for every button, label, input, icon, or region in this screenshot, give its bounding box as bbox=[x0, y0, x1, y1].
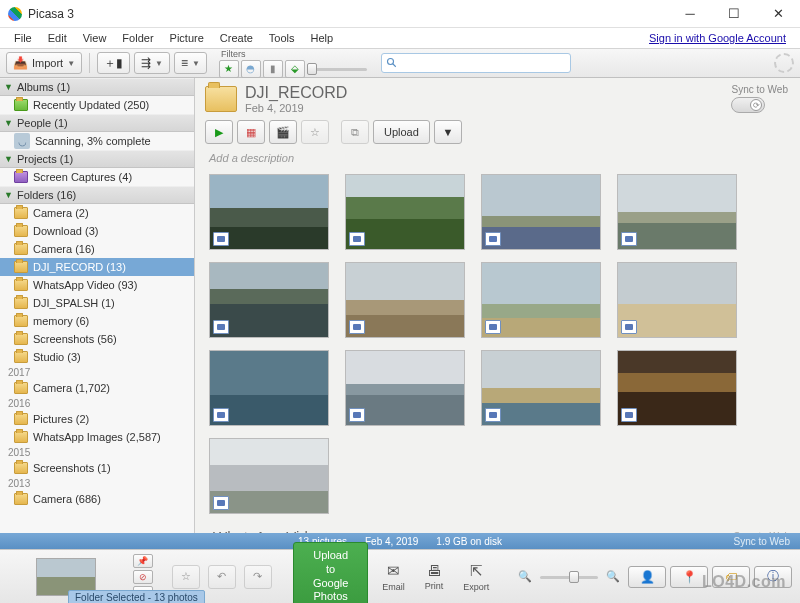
sidebar-item[interactable]: Screenshots (1) bbox=[0, 459, 194, 477]
menu-tools[interactable]: Tools bbox=[261, 30, 303, 46]
filter-star-button[interactable]: ★ bbox=[219, 60, 239, 78]
share-button[interactable]: ⧉ bbox=[341, 120, 369, 144]
folder-date: Feb 4, 2019 bbox=[245, 102, 347, 114]
new-album-button[interactable]: ＋▮ bbox=[97, 52, 130, 74]
email-button[interactable]: ✉Email bbox=[376, 562, 411, 592]
sidebar-section-header[interactable]: ▼People (1) bbox=[0, 114, 194, 132]
item-label: Camera (16) bbox=[33, 243, 95, 255]
sidebar-item[interactable]: Pictures (2) bbox=[0, 410, 194, 428]
sidebar-section-header[interactable]: ▼Folders (16) bbox=[0, 186, 194, 204]
search-box[interactable] bbox=[381, 53, 571, 73]
filter-slider[interactable] bbox=[307, 62, 367, 76]
folder-title[interactable]: DJI_RECORD bbox=[245, 84, 347, 102]
upload-dropdown-button[interactable]: ▼ bbox=[434, 120, 462, 144]
thumbnail[interactable] bbox=[617, 350, 737, 426]
thumbnail[interactable] bbox=[209, 174, 329, 250]
sidebar-item[interactable]: WhatsApp Images (2,587) bbox=[0, 428, 194, 446]
import-button[interactable]: 📥 Import ▼ bbox=[6, 52, 82, 74]
sidebar[interactable]: ▼Albums (1)Recently Updated (250)▼People… bbox=[0, 78, 195, 533]
menu-picture[interactable]: Picture bbox=[162, 30, 212, 46]
upload-button[interactable]: Upload bbox=[373, 120, 430, 144]
sidebar-item[interactable]: Camera (686) bbox=[0, 490, 194, 508]
thumbnail[interactable] bbox=[481, 262, 601, 338]
folder-icon bbox=[14, 243, 28, 255]
hold-button[interactable]: 📌 bbox=[133, 554, 153, 568]
minimize-button[interactable]: ─ bbox=[668, 0, 712, 28]
sidebar-item[interactable]: memory (6) bbox=[0, 312, 194, 330]
svg-point-0 bbox=[387, 59, 393, 65]
sidebar-section-header[interactable]: ▼Albums (1) bbox=[0, 78, 194, 96]
sidebar-item[interactable]: ◡Scanning, 3% complete bbox=[0, 132, 194, 150]
play-slideshow-button[interactable]: ▶ bbox=[205, 120, 233, 144]
thumbnail[interactable] bbox=[481, 350, 601, 426]
zoom-out-icon[interactable]: 🔍 bbox=[518, 570, 532, 583]
sidebar-item[interactable]: Recently Updated (250) bbox=[0, 96, 194, 114]
menu-help[interactable]: Help bbox=[303, 30, 342, 46]
content-pane[interactable]: Sync to Web ⟳ DJI_RECORD Feb 4, 2019 ▶ ▦… bbox=[195, 78, 800, 533]
sidebar-item[interactable]: Download (3) bbox=[0, 222, 194, 240]
search-icon bbox=[386, 57, 398, 69]
sidebar-item[interactable]: Camera (2) bbox=[0, 204, 194, 222]
thumbnail[interactable] bbox=[209, 262, 329, 338]
folder-icon bbox=[14, 261, 28, 273]
close-button[interactable]: ✕ bbox=[756, 0, 800, 28]
sidebar-item[interactable]: Screenshots (56) bbox=[0, 330, 194, 348]
folder-icon bbox=[14, 225, 28, 237]
folder-icon bbox=[14, 382, 28, 394]
face-icon: ◡ bbox=[14, 133, 30, 149]
collage-button[interactable]: ▦ bbox=[237, 120, 265, 144]
thumbnail[interactable] bbox=[481, 174, 601, 250]
sidebar-item[interactable]: DJI_RECORD (13) bbox=[0, 258, 194, 276]
thumbnail[interactable] bbox=[617, 174, 737, 250]
view-tree-button[interactable]: ⇶▼ bbox=[134, 52, 170, 74]
geotag-button[interactable]: 📍 bbox=[670, 566, 708, 588]
upload-label: Upload bbox=[384, 126, 419, 138]
upload-google-photos-button[interactable]: Upload to GooglePhotos bbox=[293, 542, 368, 603]
maximize-button[interactable]: ☐ bbox=[712, 0, 756, 28]
thumbnail[interactable] bbox=[345, 262, 465, 338]
folder-description[interactable]: Add a description bbox=[209, 152, 790, 164]
export-button[interactable]: ⇱Export bbox=[457, 562, 495, 592]
menu-view[interactable]: View bbox=[75, 30, 115, 46]
sidebar-item[interactable]: Studio (3) bbox=[0, 348, 194, 366]
view-list-button[interactable]: ≡▼ bbox=[174, 52, 207, 74]
sidebar-item[interactable]: Camera (1,702) bbox=[0, 379, 194, 397]
thumbnail[interactable] bbox=[617, 262, 737, 338]
menu-file[interactable]: File bbox=[6, 30, 40, 46]
sign-in-link[interactable]: Sign in with Google Account bbox=[649, 32, 794, 44]
sync-toggle[interactable]: ⟳ bbox=[731, 97, 765, 113]
filter-movie-button[interactable]: ▮ bbox=[263, 60, 283, 78]
thumbnail[interactable] bbox=[209, 350, 329, 426]
thumbnail[interactable] bbox=[345, 174, 465, 250]
sidebar-item[interactable]: WhatsApp Video (93) bbox=[0, 276, 194, 294]
folder-header: DJI_RECORD Feb 4, 2019 bbox=[205, 84, 790, 114]
search-input[interactable] bbox=[402, 57, 566, 69]
menu-folder[interactable]: Folder bbox=[114, 30, 161, 46]
movie-button[interactable]: 🎬 bbox=[269, 120, 297, 144]
rotate-right-button[interactable]: ↷ bbox=[244, 565, 272, 589]
star-tray-button[interactable]: ☆ bbox=[172, 565, 200, 589]
info-button[interactable]: ⓘ bbox=[754, 566, 792, 588]
thumbnail-size-slider[interactable] bbox=[540, 570, 598, 584]
star-button[interactable]: ☆ bbox=[301, 120, 329, 144]
filter-geo-button[interactable]: ⬙ bbox=[285, 60, 305, 78]
menu-edit[interactable]: Edit bbox=[40, 30, 75, 46]
clear-button[interactable]: ⊘ bbox=[133, 570, 153, 584]
thumbnail[interactable] bbox=[209, 438, 329, 514]
sidebar-item[interactable]: Camera (16) bbox=[0, 240, 194, 258]
sidebar-item[interactable]: Screen Captures (4) bbox=[0, 168, 194, 186]
menu-bar: File Edit View Folder Picture Create Too… bbox=[0, 28, 800, 48]
thumbnail[interactable] bbox=[345, 350, 465, 426]
menu-create[interactable]: Create bbox=[212, 30, 261, 46]
tag-button[interactable]: 🏷 bbox=[712, 566, 750, 588]
sidebar-item[interactable]: DJI_SPALSH (1) bbox=[0, 294, 194, 312]
video-badge-icon bbox=[621, 408, 637, 422]
zoom-in-icon[interactable]: 🔍 bbox=[606, 570, 620, 583]
rotate-left-button[interactable]: ↶ bbox=[208, 565, 236, 589]
sidebar-section-header[interactable]: ▼Projects (1) bbox=[0, 150, 194, 168]
photo-tray[interactable]: Folder Selected - 13 photos bbox=[8, 554, 125, 600]
filter-face-button[interactable]: ◓ bbox=[241, 60, 261, 78]
print-icon: 🖶 bbox=[427, 562, 442, 579]
tag-people-button[interactable]: 👤 bbox=[628, 566, 666, 588]
print-button[interactable]: 🖶Print bbox=[419, 562, 450, 591]
